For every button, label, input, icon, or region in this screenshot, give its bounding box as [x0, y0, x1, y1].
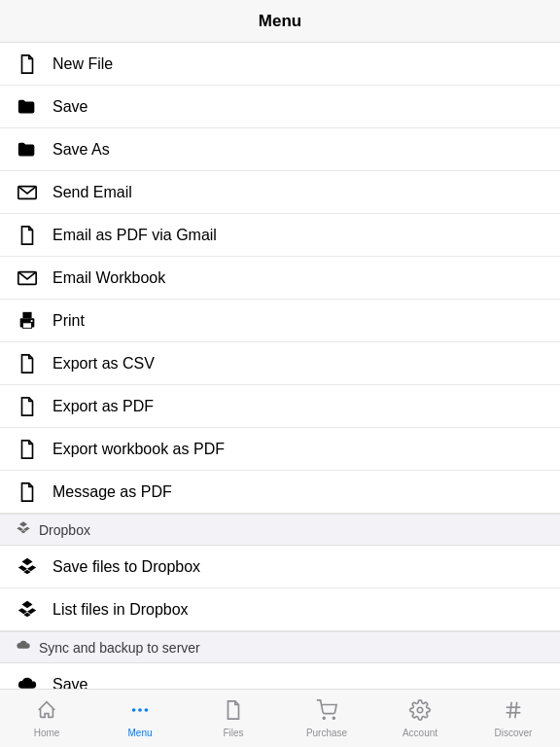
tab-label: Account: [402, 728, 438, 738]
envelope-icon: [16, 181, 39, 204]
doc-icon: [16, 480, 39, 504]
gear-icon: [409, 699, 431, 726]
tab-purchase[interactable]: Purchase: [280, 690, 373, 747]
header-title: Menu: [259, 12, 301, 31]
doc-icon: [16, 53, 39, 76]
menu-item-label: Save files to Dropbox: [52, 558, 200, 576]
section-header-dropbox: Dropbox: [0, 514, 560, 546]
dropbox-icon: [16, 555, 39, 579]
menu-item-save[interactable]: Save: [0, 86, 560, 128]
menu-item-label: Email Workbook: [52, 269, 165, 287]
menu-item-label: Send Email: [52, 184, 132, 201]
menu-item-cloud-save[interactable]: Save: [0, 663, 560, 689]
section-header-icon: [16, 638, 31, 657]
doc-icon: [16, 438, 39, 461]
tab-account[interactable]: Account: [373, 690, 467, 747]
menu-item-label: List files in Dropbox: [52, 601, 189, 619]
menu-item-send-email[interactable]: Send Email: [0, 171, 560, 214]
svg-rect-5: [31, 320, 33, 322]
menu-item-label: Print: [52, 312, 85, 330]
tab-label: Discover: [495, 728, 533, 738]
doc-icon: [16, 352, 39, 375]
svg-point-16: [323, 717, 325, 719]
menu-item-print[interactable]: Print: [0, 300, 560, 342]
tab-home[interactable]: Home: [0, 690, 93, 747]
envelope-icon: [16, 267, 39, 290]
svg-rect-4: [22, 322, 31, 328]
tab-label: Menu: [127, 728, 152, 738]
menu-item-export-pdf[interactable]: Export as PDF: [0, 385, 560, 428]
tab-files[interactable]: Files: [187, 690, 280, 747]
menu-item-label: Save: [52, 676, 88, 690]
menu-item-email-as-pdf-gmail[interactable]: Email as PDF via Gmail: [0, 214, 560, 257]
menu-list: New File Save Save As Send Email Email a…: [0, 43, 560, 689]
tab-bar: Home Menu Files Purchase Account Discove…: [0, 689, 560, 747]
svg-point-13: [132, 708, 136, 712]
cloud-icon: [16, 673, 39, 690]
menu-item-email-workbook[interactable]: Email Workbook: [0, 257, 560, 300]
tab-label: Purchase: [306, 728, 347, 738]
doc-icon: [16, 395, 39, 418]
section-header-sync-and-backup-to-server: Sync and backup to server: [0, 631, 560, 663]
svg-point-17: [332, 717, 334, 719]
folder-icon: [16, 138, 39, 161]
house-icon: [36, 699, 57, 726]
tab-label: Files: [223, 728, 243, 738]
folder-icon: [16, 95, 39, 119]
menu-item-save-to-dropbox[interactable]: Save files to Dropbox: [0, 546, 560, 588]
menu-item-label: Export as PDF: [52, 398, 154, 415]
tab-menu[interactable]: Menu: [93, 690, 187, 747]
menu-item-message-as-pdf[interactable]: Message as PDF: [0, 471, 560, 514]
menu-item-save-as[interactable]: Save As: [0, 128, 560, 171]
menu-item-label: Email as PDF via Gmail: [52, 227, 217, 244]
menu-item-export-workbook-pdf[interactable]: Export workbook as PDF: [0, 428, 560, 471]
menu-item-new-file[interactable]: New File: [0, 43, 560, 86]
svg-rect-3: [22, 311, 31, 317]
menu-item-label: Export as CSV: [52, 355, 155, 373]
menu-item-label: Export workbook as PDF: [52, 441, 225, 458]
menu-item-label: Save: [52, 98, 88, 116]
section-header-icon: [16, 520, 31, 539]
cart-icon: [316, 699, 337, 726]
dropbox-icon: [16, 598, 39, 622]
menu-item-label: Message as PDF: [52, 483, 172, 501]
app-header: Menu: [0, 0, 560, 43]
svg-line-21: [509, 701, 511, 718]
printer-icon: [16, 309, 39, 333]
tab-discover[interactable]: Discover: [467, 690, 560, 747]
hash-icon: [503, 699, 524, 726]
dots-icon: [129, 699, 151, 726]
svg-point-18: [417, 707, 423, 713]
menu-item-label: New File: [52, 55, 113, 73]
svg-point-14: [138, 708, 142, 712]
svg-point-15: [145, 708, 149, 712]
menu-item-export-csv[interactable]: Export as CSV: [0, 342, 560, 385]
doc-tab-icon: [223, 699, 244, 726]
svg-line-22: [515, 701, 517, 718]
doc-icon: [16, 224, 39, 247]
menu-item-list-dropbox[interactable]: List files in Dropbox: [0, 588, 560, 631]
section-header-label: Sync and backup to server: [39, 640, 200, 656]
menu-item-label: Save As: [52, 141, 110, 159]
section-header-label: Dropbox: [39, 522, 90, 538]
tab-label: Home: [34, 728, 60, 738]
